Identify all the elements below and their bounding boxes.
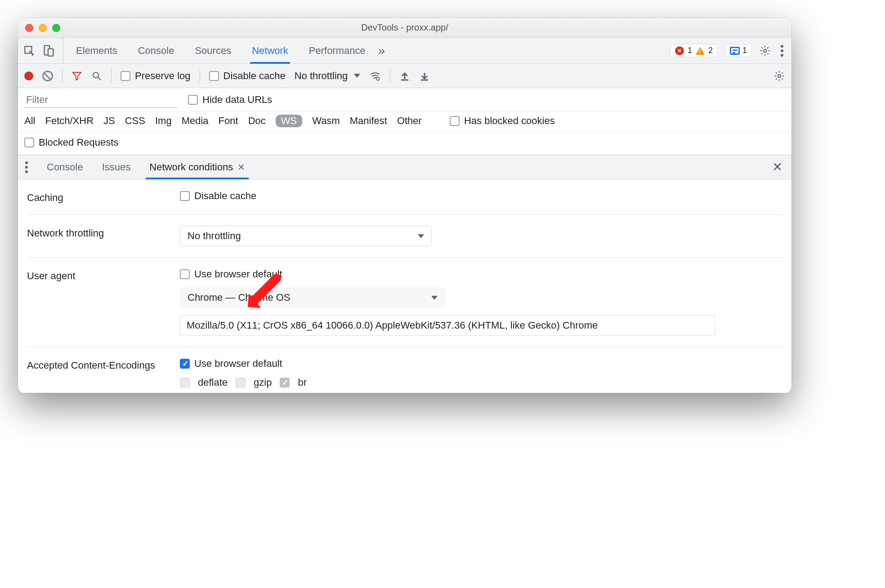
caching-label: Caching	[27, 190, 166, 204]
disable-cache-checkbox[interactable]: Disable cache	[209, 70, 286, 82]
type-font[interactable]: Font	[219, 115, 238, 127]
user-agent-label: User agent	[27, 268, 166, 282]
tab-console[interactable]: Console	[138, 38, 174, 63]
export-har-icon[interactable]	[399, 71, 410, 81]
record-button[interactable]	[24, 71, 33, 80]
tab-network[interactable]: Network	[252, 38, 288, 63]
search-icon[interactable]	[91, 71, 102, 81]
errors-count: 1	[688, 46, 692, 55]
encodings-label: Accepted Content-Encodings	[27, 358, 166, 371]
type-ws[interactable]: WS	[276, 115, 302, 127]
main-tabbar: Elements Console Sources Network Perform…	[18, 38, 791, 64]
ua-string-input[interactable]: Mozilla/5.0 (X11; CrOS x86_64 10066.0.0)…	[180, 315, 715, 336]
enc-deflate-checkbox[interactable]	[180, 378, 190, 388]
enc-br-checkbox[interactable]	[280, 378, 290, 388]
filter-input[interactable]	[24, 92, 177, 108]
clear-button[interactable]	[42, 71, 53, 81]
network-settings-gear-icon[interactable]	[773, 70, 785, 82]
messages-count: 1	[742, 46, 747, 55]
close-drawer-button[interactable]: ✕	[768, 160, 787, 174]
type-all[interactable]: All	[24, 115, 35, 127]
ua-browser-default-label: Use browser default	[194, 268, 282, 280]
drawer-tab-issues[interactable]: Issues	[99, 155, 134, 179]
ua-preset-select[interactable]: Chrome — Chrome OS	[180, 287, 445, 308]
errors-warnings-badge[interactable]: 1 2	[670, 44, 718, 57]
tabs-overflow-button[interactable]: »	[378, 44, 385, 58]
tab-performance[interactable]: Performance	[309, 38, 366, 63]
device-toggle-icon[interactable]	[42, 45, 55, 57]
caching-disable-label: Disable cache	[194, 190, 256, 202]
blocked-requests-label: Blocked Requests	[39, 137, 118, 148]
ua-string-value: Mozilla/5.0 (X11; CrOS x86_64 10066.0.0)…	[187, 320, 598, 331]
network-conditions-icon[interactable]	[369, 70, 381, 82]
svg-point-3	[764, 49, 767, 52]
hide-data-urls-checkbox[interactable]: Hide data URLs	[188, 94, 272, 106]
encodings-row: Accepted Content-Encodings Use browser d…	[27, 347, 782, 393]
type-media[interactable]: Media	[182, 115, 209, 127]
close-tab-icon[interactable]: ✕	[237, 162, 245, 173]
drawer-more-button[interactable]	[22, 161, 31, 173]
preserve-log-label: Preserve log	[135, 70, 191, 82]
disable-cache-label: Disable cache	[223, 70, 286, 82]
resource-type-row: All Fetch/XHR JS CSS Img Media Font Doc …	[18, 112, 791, 132]
throttling-row: Network throttling No throttling	[27, 215, 782, 258]
tab-elements[interactable]: Elements	[76, 38, 117, 63]
tab-sources[interactable]: Sources	[195, 38, 231, 63]
has-blocked-cookies-checkbox[interactable]: Has blocked cookies	[450, 115, 555, 127]
close-window-button[interactable]	[25, 24, 33, 32]
type-fetch-xhr[interactable]: Fetch/XHR	[45, 115, 94, 127]
preserve-log-checkbox[interactable]: Preserve log	[121, 70, 191, 82]
enc-br-label: br	[298, 377, 307, 388]
type-img[interactable]: Img	[155, 115, 172, 127]
ua-browser-default-checkbox[interactable]: Use browser default	[180, 268, 782, 280]
inspect-icon[interactable]	[23, 45, 35, 57]
ua-preset-value: Chrome — Chrome OS	[188, 292, 291, 303]
svg-line-5	[98, 77, 101, 80]
type-js[interactable]: JS	[103, 115, 115, 127]
throttling-label: Network throttling	[27, 226, 166, 239]
type-other[interactable]: Other	[397, 115, 422, 127]
throttling-select-value: No throttling	[188, 230, 241, 242]
blocked-requests-row: Blocked Requests	[18, 132, 791, 155]
svg-point-4	[93, 72, 98, 78]
type-wasm[interactable]: Wasm	[312, 115, 340, 127]
titlebar: DevTools - proxx.app/	[18, 18, 791, 38]
window-title: DevTools - proxx.app/	[18, 22, 791, 33]
mac-traffic-lights	[25, 24, 60, 32]
has-blocked-cookies-label: Has blocked cookies	[464, 115, 555, 127]
import-har-icon[interactable]	[419, 71, 430, 81]
chevron-down-icon	[354, 74, 360, 78]
checkbox-icon	[188, 95, 198, 105]
throttling-select[interactable]: No throttling	[295, 70, 361, 82]
caching-row: Caching Disable cache	[27, 179, 782, 215]
svg-rect-2	[48, 49, 54, 56]
enc-gzip-checkbox[interactable]	[236, 378, 246, 388]
hide-data-urls-label: Hide data URLs	[202, 94, 272, 106]
svg-point-6	[377, 77, 380, 80]
checkbox-icon	[450, 116, 460, 126]
chevron-down-icon	[431, 296, 438, 300]
chevron-down-icon	[418, 234, 424, 238]
settings-gear-icon[interactable]	[759, 45, 771, 57]
type-manifest[interactable]: Manifest	[350, 115, 387, 127]
enc-gzip-label: gzip	[254, 377, 272, 388]
encodings-options: deflate gzip br	[180, 377, 782, 388]
blocked-requests-checkbox[interactable]: Blocked Requests	[24, 137, 785, 148]
throttling-select[interactable]: No throttling	[180, 226, 432, 246]
filter-icon[interactable]	[72, 71, 82, 81]
more-menu-button[interactable]	[778, 45, 786, 57]
checkbox-icon	[121, 71, 130, 81]
caching-disable-checkbox[interactable]: Disable cache	[180, 190, 782, 202]
drawer-tab-label: Network conditions	[149, 161, 233, 173]
type-doc[interactable]: Doc	[248, 115, 266, 127]
drawer-tab-console[interactable]: Console	[44, 155, 86, 179]
enc-browser-default-checkbox[interactable]: Use browser default	[180, 358, 782, 370]
type-css[interactable]: CSS	[125, 115, 145, 127]
warning-icon	[696, 47, 705, 55]
svg-point-9	[778, 74, 781, 77]
drawer-tab-network-conditions[interactable]: Network conditions ✕	[147, 155, 248, 179]
zoom-window-button[interactable]	[52, 24, 60, 32]
issues-badge[interactable]: 1	[725, 44, 752, 57]
checkbox-checked-icon	[180, 359, 190, 369]
minimize-window-button[interactable]	[39, 24, 47, 32]
